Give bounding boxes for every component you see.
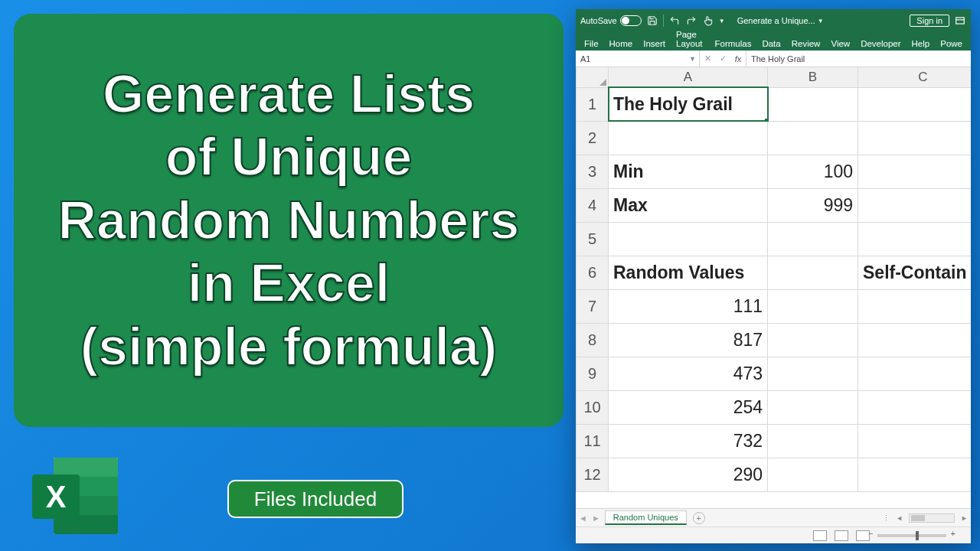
enter-formula-icon[interactable]: ✓ <box>715 54 730 64</box>
normal-view-icon[interactable] <box>813 530 827 541</box>
cell-b5[interactable] <box>768 222 858 256</box>
select-all-corner[interactable] <box>577 67 609 87</box>
tab-view[interactable]: View <box>825 37 855 51</box>
cell-b9[interactable] <box>768 357 858 390</box>
zoom-slider-thumb[interactable] <box>916 531 919 540</box>
row-header[interactable]: 5 <box>577 222 609 256</box>
fx-icon[interactable]: fx <box>730 54 746 64</box>
cell-c6[interactable]: Self-Contain <box>858 256 972 289</box>
cell-a12[interactable]: 290 <box>609 458 768 491</box>
cell-b1[interactable] <box>768 87 858 121</box>
cell-c3[interactable] <box>858 155 972 188</box>
sheet-tab-bar: ◄ ► Random Uniques + ⋮ ◄ ► <box>576 508 971 527</box>
row-header[interactable]: 10 <box>577 390 609 424</box>
row-header[interactable]: 9 <box>577 357 609 390</box>
excel-logo-badge: X <box>32 474 80 519</box>
cell-a6[interactable]: Random Values <box>609 256 768 289</box>
cell-a5[interactable] <box>609 222 768 256</box>
row-header[interactable]: 3 <box>577 155 609 188</box>
undo-icon[interactable] <box>668 15 681 27</box>
document-title-text: Generate a Unique... <box>737 16 815 25</box>
autosave-switch-icon[interactable] <box>620 15 642 26</box>
save-icon[interactable] <box>646 15 658 27</box>
col-header-b[interactable]: B <box>768 67 858 87</box>
row-header[interactable]: 1 <box>577 87 609 121</box>
document-title[interactable]: Generate a Unique... ▼ <box>737 16 824 25</box>
sheet-nav-right-icon[interactable]: ► <box>592 514 599 523</box>
qat-dropdown-icon[interactable]: ▼ <box>719 18 725 24</box>
tutorial-title-panel: Generate Lists of Unique Random Numbers … <box>14 14 564 427</box>
cell-a10[interactable]: 254 <box>609 390 768 424</box>
excel-logo-icon: X <box>32 452 124 543</box>
cancel-formula-icon[interactable]: ✕ <box>700 54 715 64</box>
add-sheet-button[interactable]: + <box>693 512 705 524</box>
scroll-left-icon[interactable]: ◄ <box>896 514 903 522</box>
tab-formulas[interactable]: Formulas <box>709 37 756 51</box>
cell-b8[interactable] <box>768 323 858 357</box>
split-handle-icon[interactable]: ⋮ <box>883 514 890 522</box>
row-header[interactable]: 4 <box>577 188 609 222</box>
tab-developer[interactable]: Developer <box>855 37 906 51</box>
row-header[interactable]: 7 <box>577 289 609 323</box>
horizontal-scrollbar[interactable] <box>909 514 955 523</box>
row-header[interactable]: 12 <box>577 458 609 491</box>
name-box[interactable]: A1 ▼ <box>576 51 700 67</box>
window-titlebar: AutoSave ▼ Generate a Unique... ▼ Sign i… <box>576 9 971 32</box>
row-header[interactable]: 11 <box>577 424 609 458</box>
cell-b12[interactable] <box>768 458 858 491</box>
tab-review[interactable]: Review <box>786 37 826 51</box>
sheet-nav-left-icon[interactable]: ◄ <box>579 514 586 523</box>
row-header[interactable]: 2 <box>577 121 609 155</box>
redo-icon[interactable] <box>685 15 697 27</box>
name-box-chevron-icon[interactable]: ▼ <box>689 55 696 63</box>
cell-b6[interactable] <box>768 256 858 289</box>
cell-c7[interactable] <box>858 289 972 323</box>
sheet-table: A B C 1The Holy Grail23Min1004Max99956Ra… <box>576 67 971 492</box>
cell-a11[interactable]: 732 <box>609 424 768 458</box>
cell-a8[interactable]: 817 <box>609 323 768 357</box>
tab-file[interactable]: File <box>579 37 604 51</box>
cell-c12[interactable] <box>858 458 972 491</box>
cell-a2[interactable] <box>609 121 768 155</box>
ribbon-display-icon[interactable] <box>954 15 966 27</box>
cell-a4[interactable]: Max <box>609 188 768 222</box>
cell-c9[interactable] <box>858 357 972 390</box>
cell-b3[interactable]: 100 <box>768 155 858 188</box>
cell-b4[interactable]: 999 <box>768 188 858 222</box>
row-header[interactable]: 8 <box>577 323 609 357</box>
cell-a3[interactable]: Min <box>609 155 768 188</box>
t-line3: Random Numbers <box>58 191 520 250</box>
autosave-toggle[interactable]: AutoSave <box>580 15 642 26</box>
spreadsheet-grid[interactable]: A B C 1The Holy Grail23Min1004Max99956Ra… <box>576 67 971 508</box>
cell-c4[interactable] <box>858 188 972 222</box>
cell-c8[interactable] <box>858 323 972 357</box>
sign-in-button[interactable]: Sign in <box>910 15 949 27</box>
sheet-tab-active[interactable]: Random Uniques <box>605 510 687 525</box>
cell-a9[interactable]: 473 <box>609 357 768 390</box>
tab-help[interactable]: Help <box>906 37 936 51</box>
cell-c5[interactable] <box>858 222 972 256</box>
scroll-right-icon[interactable]: ► <box>961 514 968 522</box>
cell-c1[interactable] <box>858 87 972 121</box>
row-header[interactable]: 6 <box>577 256 609 289</box>
cell-b7[interactable] <box>768 289 858 323</box>
tab-data[interactable]: Data <box>756 37 786 51</box>
tab-page-layout[interactable]: Page Layout <box>671 28 709 51</box>
col-header-c[interactable]: C <box>858 67 972 87</box>
page-layout-view-icon[interactable] <box>835 530 848 541</box>
touch-mode-icon[interactable] <box>702 15 714 27</box>
tab-insert[interactable]: Insert <box>638 37 671 51</box>
cell-b2[interactable] <box>768 121 858 155</box>
zoom-slider[interactable] <box>877 534 946 537</box>
tab-power[interactable]: Powe <box>935 37 968 51</box>
formula-input[interactable]: The Holy Grail <box>746 51 971 67</box>
cell-a7[interactable]: 111 <box>609 289 768 323</box>
cell-b10[interactable] <box>768 390 858 424</box>
cell-a1[interactable]: The Holy Grail <box>609 87 768 121</box>
cell-b11[interactable] <box>768 424 858 458</box>
tab-home[interactable]: Home <box>604 37 639 51</box>
col-header-a[interactable]: A <box>609 67 768 87</box>
cell-c11[interactable] <box>858 424 972 458</box>
cell-c10[interactable] <box>858 390 972 424</box>
cell-c2[interactable] <box>858 121 972 155</box>
